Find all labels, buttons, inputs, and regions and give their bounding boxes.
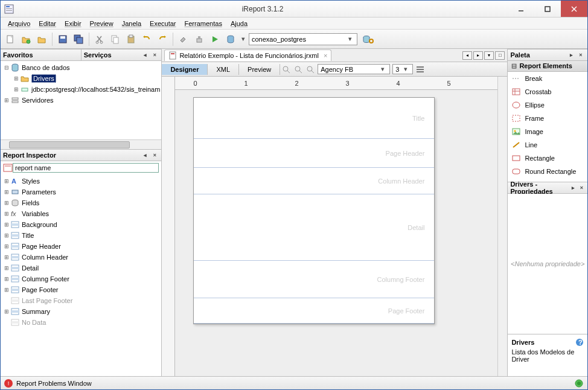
save-icon[interactable] [56, 32, 70, 46]
zoom-in-icon[interactable] [280, 63, 292, 75]
view-xml[interactable]: XML [208, 64, 239, 75]
minimize-panel-icon[interactable]: ▸ [567, 51, 575, 59]
run-icon[interactable] [208, 32, 222, 46]
band-page-footer[interactable]: Page Footer [194, 298, 434, 324]
close-panel-icon[interactable]: × [578, 184, 585, 192]
cut-icon[interactable] [92, 32, 107, 46]
undo-icon[interactable] [139, 32, 154, 46]
tree-label: Title [22, 232, 34, 239]
inspector-item-page-footer[interactable]: ⊞Page Footer [2, 284, 160, 295]
datasource-dropdown-icon[interactable]: ▾ [239, 35, 248, 43]
canvas-vscroll[interactable] [497, 77, 507, 376]
close-panel-icon[interactable]: × [150, 151, 159, 159]
band-title[interactable]: Title [194, 98, 434, 139]
report-name-input[interactable] [13, 163, 159, 173]
menu-ajuda[interactable]: Ajuda [227, 19, 251, 28]
inspector-item-variables[interactable]: ⊞fxVariables [2, 208, 160, 219]
inspector-item-no-data[interactable]: No Data [2, 317, 160, 328]
menu-ferramentas[interactable]: Ferramentas [181, 19, 226, 28]
close-button[interactable] [561, 1, 587, 17]
new-file-icon[interactable] [3, 32, 18, 46]
inspector-item-summary[interactable]: ⊞Summary [2, 306, 160, 317]
minimize-panel-icon[interactable]: ▸ [570, 184, 577, 192]
zoom-fit-icon[interactable] [304, 63, 316, 75]
view-designer[interactable]: Designer [162, 64, 208, 75]
close-panel-icon[interactable]: × [150, 51, 159, 59]
inspector-item-column-footer[interactable]: ⊞Columng Footer [2, 273, 160, 284]
palette-item-frame[interactable]: Frame [508, 112, 587, 125]
services-hscroll[interactable] [1, 139, 161, 149]
band-page-header[interactable]: Page Header [194, 139, 434, 168]
error-icon[interactable]: ! [4, 379, 13, 388]
status-right-icon[interactable] [574, 379, 584, 388]
inspector-item-detail[interactable]: ⊞Detail [2, 263, 160, 273]
tree-node-connection[interactable]: ⊞jdbc:postgresql://localhost:5432/sis_tr… [2, 84, 160, 95]
font-size-combo[interactable]: 3▾ [392, 64, 413, 74]
tree-node-database[interactable]: ⊟Banco de dados [2, 62, 160, 73]
inspector-item-page-header[interactable]: ⊞Page Header [2, 241, 160, 252]
inspector-item-last-page-footer[interactable]: Last Page Footer [2, 295, 160, 306]
band-column-footer[interactable]: Columng Footer [194, 261, 434, 298]
status-text[interactable]: Report Problems Window [16, 380, 92, 387]
help-icon[interactable]: ? [575, 338, 584, 347]
view-preview[interactable]: Preview [239, 64, 280, 75]
minimize-button[interactable] [508, 1, 534, 17]
svg-text:?: ? [578, 339, 583, 346]
band-detail[interactable]: Detail [194, 194, 434, 261]
band-column-header[interactable]: Column Header [194, 168, 434, 194]
inspector-item-styles[interactable]: ⊞AStyles [2, 176, 160, 187]
paste-icon[interactable] [124, 32, 138, 46]
report-page[interactable]: Title Page Header Column Header Detail C… [193, 97, 435, 324]
copy-icon[interactable] [108, 32, 123, 46]
open-icon[interactable] [34, 32, 49, 46]
redo-icon[interactable] [155, 32, 170, 46]
scroll-left-icon[interactable]: ◂ [462, 51, 472, 60]
tree-node-servers[interactable]: ⊞Servidores [2, 95, 160, 106]
zoom-out-icon[interactable] [292, 63, 304, 75]
inspector-item-title[interactable]: ⊞Title [2, 230, 160, 241]
palette-item-ellipse[interactable]: Ellipse [508, 98, 587, 112]
inspector-item-column-header[interactable]: ⊞Column Header [2, 252, 160, 263]
maximize-button[interactable] [534, 1, 561, 17]
font-family-combo[interactable]: Agency FB▾ [318, 64, 390, 74]
new-folder-icon[interactable] [19, 32, 33, 46]
svg-rect-70 [513, 89, 520, 95]
scroll-right-icon[interactable]: ▸ [473, 51, 483, 60]
maximize-editor-icon[interactable]: □ [495, 51, 505, 60]
more-tools-icon[interactable] [414, 63, 426, 75]
minimize-panel-icon[interactable]: ◂ [141, 151, 149, 159]
palette-item-image[interactable]: Image [508, 125, 587, 138]
palette-item-line[interactable]: Line [508, 138, 587, 152]
menu-janela[interactable]: Janela [118, 19, 145, 28]
menu-arquivo[interactable]: Arquivo [4, 19, 34, 28]
datasource-combo[interactable]: conexao_postgres ▾ [249, 33, 357, 45]
tree-node-drivers[interactable]: ⊞Drivers [2, 73, 160, 84]
clean-icon[interactable] [192, 32, 206, 46]
inspector-tree[interactable]: ⊞AStyles ⊞Parameters ⊞Fields ⊞fxVariable… [1, 174, 161, 376]
inspector-item-background[interactable]: ⊞Background [2, 219, 160, 230]
services-tree[interactable]: ⊟Banco de dados ⊞Drivers ⊞jdbc:postgresq… [1, 61, 161, 139]
menu-preview[interactable]: Preview [86, 19, 117, 28]
document-tab[interactable]: Relatório Exemplo - Lista de Funcionário… [164, 50, 331, 61]
tab-servicos[interactable]: Serviços ◂ × [81, 49, 162, 61]
palette-item-rectangle[interactable]: Rectangle [508, 152, 587, 165]
inspector-item-fields[interactable]: ⊞Fields [2, 197, 160, 208]
palette-item-round-rectangle[interactable]: Round Rectangle [508, 165, 587, 178]
build-icon[interactable] [176, 32, 191, 46]
save-all-icon[interactable] [71, 32, 86, 46]
menu-exibir[interactable]: Exibir [61, 19, 85, 28]
minimize-panel-icon[interactable]: ◂ [141, 51, 149, 59]
palette-item-crosstab[interactable]: Crosstab [508, 85, 587, 98]
menu-editar[interactable]: Editar [35, 19, 60, 28]
palette-item-break[interactable]: Break [508, 72, 587, 85]
dropdown-tabs-icon[interactable]: ▾ [484, 51, 494, 60]
datasource-settings-icon[interactable] [361, 32, 375, 46]
tab-favoritos[interactable]: Favoritos [1, 49, 81, 61]
inspector-item-parameters[interactable]: ⊞Parameters [2, 187, 160, 197]
menu-executar[interactable]: Executar [146, 19, 179, 28]
close-panel-icon[interactable]: × [577, 51, 585, 59]
close-tab-icon[interactable]: × [324, 52, 327, 59]
page-canvas[interactable]: Title Page Header Column Header Detail C… [175, 90, 497, 376]
datasource-icon[interactable] [223, 32, 238, 46]
palette-category[interactable]: ⊟Report Elements [508, 61, 587, 72]
